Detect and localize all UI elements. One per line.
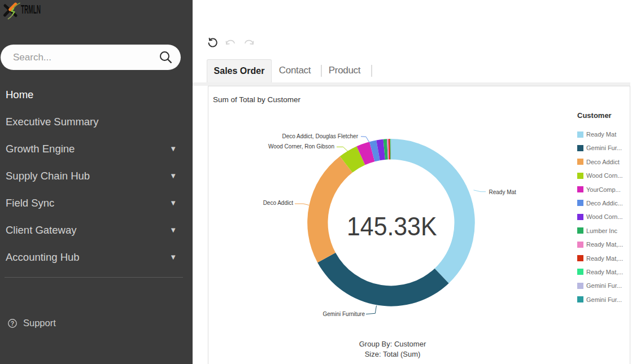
svg-text:TRMLN: TRMLN xyxy=(21,3,41,16)
svg-text:?: ? xyxy=(11,320,14,327)
svg-text:Deco Addict, Douglas Fletcher: Deco Addict, Douglas Fletcher xyxy=(282,133,358,139)
svg-text:Ready Mat: Ready Mat xyxy=(489,189,517,195)
svg-text:Gemini Furniture: Gemini Furniture xyxy=(323,311,365,317)
svg-text:Deco Addict: Deco Addict xyxy=(263,200,294,206)
svg-text:Wood Corner, Ron Gibson: Wood Corner, Ron Gibson xyxy=(268,143,334,150)
